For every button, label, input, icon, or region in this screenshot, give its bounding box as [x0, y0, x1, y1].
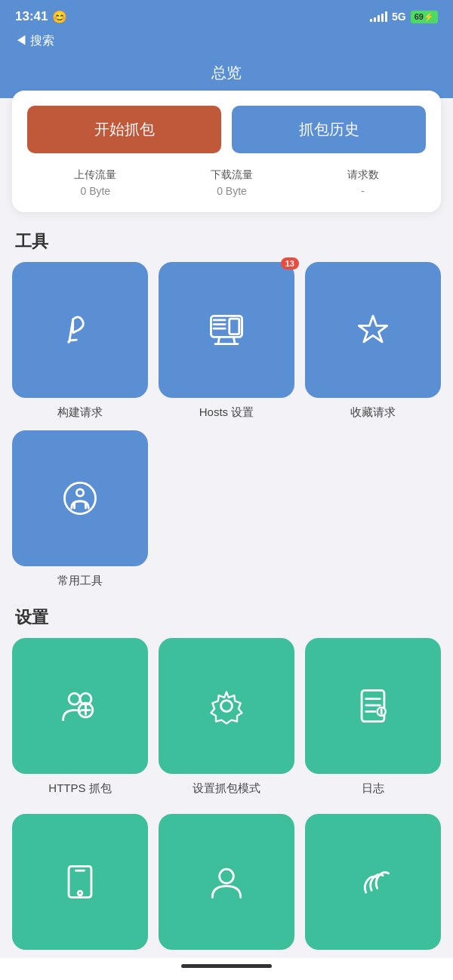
tool-saved-requests[interactable]: 收藏请求: [305, 262, 441, 420]
svg-point-29: [78, 891, 82, 895]
pen-icon: [59, 309, 101, 351]
hosts-badge: 13: [281, 257, 299, 270]
monitor-icon: [205, 309, 248, 351]
search-bar[interactable]: ◀ 搜索: [0, 30, 453, 55]
bottom-partial-row: [0, 814, 453, 980]
start-capture-button[interactable]: 开始抓包: [27, 106, 221, 153]
stats-row: 上传流量 0 Byte 下载流量 0 Byte 请求数 -: [27, 168, 426, 197]
tool-https-capture[interactable]: HTTPS 抓包: [12, 638, 148, 796]
settings-section-title: 设置: [0, 606, 453, 638]
home-bar-container: [0, 958, 453, 980]
download-value: 0 Byte: [211, 185, 253, 197]
tool-partial-2[interactable]: [159, 814, 294, 950]
tool-capture-mode[interactable]: 设置抓包模式: [159, 638, 294, 796]
gear-icon: [205, 685, 248, 727]
svg-line-5: [233, 337, 235, 344]
home-indicator: [181, 964, 272, 968]
capture-mode-icon-box: [159, 638, 294, 774]
tools-grid: 构建请求 13 Hosts 设置: [0, 262, 453, 606]
people-icon: [59, 685, 101, 727]
svg-point-12: [64, 482, 95, 513]
tools-section-title: 工具: [0, 230, 453, 262]
svg-point-16: [69, 693, 80, 704]
logs-label: 日志: [362, 781, 384, 796]
saved-requests-label: 收藏请求: [350, 405, 396, 420]
star-icon: [352, 309, 394, 351]
tool-build-request[interactable]: 构建请求: [12, 262, 148, 420]
build-request-label: 构建请求: [57, 405, 103, 420]
common-tools-label: 常用工具: [57, 574, 103, 588]
svg-point-13: [76, 489, 83, 496]
hosts-settings-label: Hosts 设置: [199, 405, 254, 420]
https-capture-icon-box: [12, 638, 148, 774]
https-capture-label: HTTPS 抓包: [48, 781, 111, 796]
svg-point-21: [221, 701, 233, 712]
main-card: 开始抓包 抓包历史 上传流量 0 Byte 下载流量 0 Byte 请求数 -: [12, 91, 441, 212]
build-request-icon-box: [12, 262, 148, 398]
tool-hosts-settings[interactable]: 13 Hosts 设置: [159, 262, 294, 420]
logs-icon-box: [305, 638, 441, 774]
tools-icon: [59, 477, 101, 519]
hosts-badge-wrapper: 13: [159, 262, 294, 398]
partial-icon-1: [12, 814, 148, 950]
capture-mode-label: 设置抓包模式: [193, 781, 260, 796]
status-emoji: 😊: [52, 10, 67, 24]
svg-line-4: [218, 337, 220, 344]
settings-grid: HTTPS 抓包 设置抓包模式 日志: [0, 638, 453, 814]
request-count-value: -: [347, 185, 379, 197]
back-search-label: ◀ 搜索: [15, 34, 54, 47]
svg-line-1: [69, 340, 76, 341]
doc-icon: [352, 685, 394, 727]
request-count-label: 请求数: [347, 168, 379, 182]
svg-marker-11: [359, 316, 387, 342]
person-icon: [205, 861, 248, 903]
network-type: 5G: [392, 11, 406, 23]
phone-icon: [59, 861, 101, 903]
upload-value: 0 Byte: [74, 185, 116, 197]
hosts-settings-icon-box: [159, 262, 294, 398]
battery-indicator: 69⚡: [411, 11, 438, 23]
svg-point-30: [220, 869, 234, 883]
partial-icon-2: [159, 814, 294, 950]
capture-history-button[interactable]: 抓包历史: [232, 106, 426, 153]
tool-partial-3[interactable]: [305, 814, 441, 950]
request-count-stat: 请求数 -: [347, 168, 379, 197]
tool-common-tools[interactable]: 常用工具: [12, 430, 148, 588]
signal-icon: [370, 11, 387, 22]
upload-label: 上传流量: [74, 168, 116, 182]
action-buttons: 开始抓包 抓包历史: [27, 106, 426, 153]
tool-logs[interactable]: 日志: [305, 638, 441, 796]
partial-icon-3: [305, 814, 441, 950]
svg-rect-7: [230, 319, 239, 334]
upload-stat: 上传流量 0 Byte: [74, 168, 116, 197]
tool-partial-1[interactable]: [12, 814, 148, 950]
status-bar: 13:41 😊 5G 69⚡: [0, 0, 453, 30]
download-label: 下载流量: [211, 168, 253, 182]
saved-requests-icon-box: [305, 262, 441, 398]
download-stat: 下载流量 0 Byte: [211, 168, 253, 197]
steam-icon: [352, 861, 394, 903]
common-tools-icon-box: [12, 430, 148, 566]
svg-point-2: [67, 341, 70, 344]
time-display: 13:41: [15, 9, 48, 24]
